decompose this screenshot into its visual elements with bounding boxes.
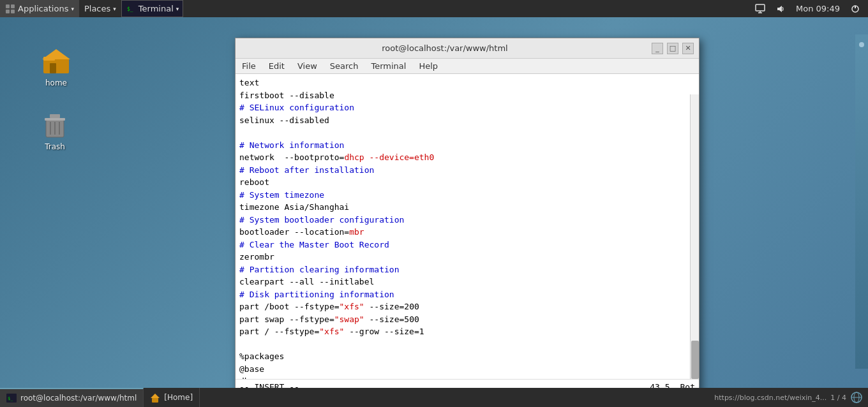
globe-icon [850, 391, 863, 404]
top-menubar: Applications ▾ Places ▾ $_ Terminal ▾ [0, 0, 868, 17]
taskbar-terminal-icon: $_ [6, 394, 17, 403]
trash-icon [40, 109, 70, 140]
power-icon [850, 4, 860, 14]
terminal-content[interactable]: text firstboot --disable # SELinux confi… [236, 74, 699, 379]
applications-label: Applications [18, 4, 68, 13]
line-6: # Network information [239, 139, 695, 152]
line-11: timezone Asia/Shanghai [239, 201, 695, 214]
taskbar-right: https://blog.csdn.net/weixin_4... 1 / 4 [709, 388, 868, 407]
menu-edit[interactable]: Edit [262, 60, 291, 72]
clock[interactable]: Mon 09:49 [793, 0, 842, 17]
line-13: bootloader --location=mbr [239, 226, 695, 239]
taskbar-home[interactable]: [Home] [144, 388, 200, 407]
terminal-label: Terminal [138, 4, 174, 13]
taskbar: $_ root@localhost:/var/www/html [Home] h… [0, 388, 868, 407]
taskbar-terminal[interactable]: $_ root@localhost:/var/www/html [0, 388, 144, 407]
minimize-button[interactable]: _ [652, 43, 663, 54]
top-bar-left: Applications ▾ Places ▾ $_ Terminal ▾ [0, 0, 183, 17]
line-24: @base [239, 363, 695, 376]
applications-menu[interactable]: Applications ▾ [0, 0, 79, 17]
home-icon-label: home [45, 78, 67, 87]
terminal-titlebar[interactable]: root@localhost:/var/www/html _ □ ✕ [236, 38, 699, 59]
line-14: # Clear the Master Boot Record [239, 239, 695, 251]
applications-arrow: ▾ [71, 6, 74, 12]
volume-icon-topbar[interactable] [773, 0, 788, 17]
taskbar-terminal-label: root@localhost:/var/www/html [20, 394, 137, 403]
desktop: home Trash root@localhost:/var/www/html … [0, 17, 868, 388]
right-panel [855, 34, 868, 369]
svg-rect-18 [50, 114, 60, 118]
line-15: zerombr [239, 251, 695, 263]
svg-rect-6 [756, 4, 765, 11]
line-3: # SELinux configuration [239, 101, 695, 114]
line-23: %packages [239, 350, 695, 363]
line-10: # System timezone [239, 189, 695, 202]
line-16: # Partition clearing information [239, 263, 695, 276]
top-bar-right: Mon 09:49 [752, 0, 868, 17]
terminal-title: root@localhost:/var/www/html [241, 43, 649, 53]
taskbar-page-info: 1 / 4 [830, 394, 846, 402]
monitor-icon [755, 4, 765, 14]
line-12: # System bootloader configuration [239, 214, 695, 226]
places-menu[interactable]: Places ▾ [79, 0, 121, 17]
line-17: clearpart --all --initlabel [239, 276, 695, 288]
menu-help[interactable]: Help [412, 60, 444, 72]
line-5 [239, 126, 695, 139]
line-22 [239, 338, 695, 351]
volume-icon [775, 4, 786, 14]
places-label: Places [84, 4, 110, 13]
line-2: firstboot --disable [239, 89, 695, 102]
power-icon-topbar[interactable] [848, 0, 863, 17]
line-25: dhcp [239, 375, 695, 379]
places-arrow: ▾ [113, 6, 116, 12]
terminal-menu[interactable]: $_ Terminal ▾ [121, 0, 183, 17]
line-4: selinux --disabled [239, 114, 695, 127]
scrollbar[interactable] [690, 94, 699, 379]
time-display: Mon 09:49 [796, 4, 840, 13]
menu-view[interactable]: View [291, 60, 324, 72]
taskbar-url: https://blog.csdn.net/weixin_4... [714, 394, 827, 402]
svg-rect-15 [43, 57, 55, 61]
monitor-icon-topbar[interactable] [752, 0, 768, 17]
menu-search[interactable]: Search [324, 60, 365, 72]
scrollbar-thumb[interactable] [691, 341, 699, 379]
terminal-window: root@localhost:/var/www/html _ □ ✕ File … [235, 38, 700, 395]
terminal-arrow: ▾ [176, 6, 179, 12]
line-8: # Reboot after installation [239, 164, 695, 177]
svg-rect-2 [6, 10, 10, 13]
maximize-button[interactable]: □ [667, 43, 678, 54]
svg-text:$_: $_ [127, 6, 133, 12]
line-18: # Disk partitioning information [239, 288, 695, 301]
svg-rect-14 [50, 63, 56, 73]
svg-marker-9 [777, 6, 782, 12]
svg-rect-25 [152, 398, 158, 403]
menu-file[interactable]: File [236, 60, 262, 72]
svg-rect-17 [45, 118, 65, 121]
line-21: part / --fstype="xfs" --grow --size=1 [239, 325, 695, 338]
desktop-icon-home[interactable]: home [38, 43, 74, 90]
line-7: network --bootproto=dhcp --device=eth0 [239, 151, 695, 164]
svg-text:$_: $_ [8, 396, 13, 401]
svg-rect-1 [11, 4, 15, 8]
terminal-menubar: File Edit View Search Terminal Help [236, 59, 699, 74]
desktop-icon-trash[interactable]: Trash [37, 107, 73, 154]
svg-marker-24 [151, 394, 160, 398]
home-folder-icon [41, 45, 71, 76]
terminal-icon-topbar: $_ [126, 4, 136, 13]
svg-rect-0 [6, 4, 10, 8]
line-9: reboot [239, 176, 695, 189]
taskbar-home-icon [150, 392, 160, 403]
taskbar-home-label: [Home] [164, 393, 193, 402]
close-button[interactable]: ✕ [682, 43, 694, 54]
menu-terminal[interactable]: Terminal [364, 60, 412, 72]
applications-icon [5, 4, 15, 14]
line-19: part /boot --fstype="xfs" --size=200 [239, 300, 695, 313]
line-20: part swap --fstype="swap" --size=500 [239, 313, 695, 326]
window-controls: _ □ ✕ [649, 43, 694, 54]
line-1: text [239, 77, 695, 89]
svg-rect-3 [11, 10, 15, 13]
trash-icon-label: Trash [45, 142, 65, 151]
panel-dot [859, 42, 864, 47]
